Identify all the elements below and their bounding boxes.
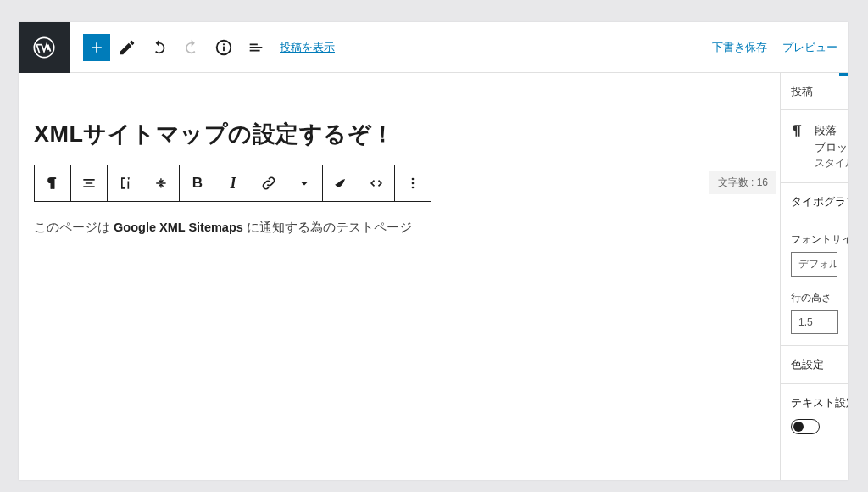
tab-post[interactable]: 投稿	[791, 84, 813, 99]
word-count-value: 16	[757, 176, 768, 188]
font-size-label: フォントサイズ	[791, 232, 837, 247]
text-settings-section: テキスト設定	[781, 384, 848, 445]
editor-frame: 投稿を表示 下書き保存 プレビュー 文字数 : 16 XMLサイトマップの設定す…	[19, 22, 848, 480]
info-button[interactable]	[209, 32, 239, 63]
text-settings-title: テキスト設定	[791, 395, 837, 411]
add-block-button[interactable]	[83, 34, 110, 61]
font-size-select[interactable]: デフォルト	[791, 252, 837, 277]
left-toolbar: 投稿を表示	[70, 32, 335, 63]
word-count-label: 文字数 :	[718, 176, 757, 188]
line-height-section: 行の高さ 1.5	[781, 280, 848, 346]
line-height-label: 行の高さ	[791, 291, 837, 305]
post-title[interactable]: XMLサイトマップの設定するぞ！	[34, 119, 765, 149]
block-title: 段落	[815, 122, 848, 139]
insert-line-button[interactable]	[143, 165, 179, 201]
bold-button[interactable]: B	[180, 165, 215, 201]
top-right-actions: 下書き保存 プレビュー	[712, 40, 837, 55]
preview-button[interactable]: プレビュー	[782, 40, 837, 55]
align-button[interactable]	[71, 165, 107, 201]
svg-rect-3	[223, 46, 225, 51]
paragraph-prefix: このページは	[34, 221, 114, 234]
svg-point-5	[412, 182, 415, 185]
editor-canvas-scroll[interactable]: 文字数 : 16 XMLサイトマップの設定するぞ！	[19, 73, 780, 480]
view-post-link[interactable]: 投稿を表示	[280, 40, 335, 55]
typography-title: タイポグラフィ	[791, 194, 837, 210]
italic-button[interactable]: I	[215, 165, 251, 201]
code-button[interactable]	[359, 165, 394, 201]
block-type-paragraph-button[interactable]	[35, 165, 70, 201]
editor-topbar: 投稿を表示 下書き保存 プレビュー	[19, 22, 848, 73]
editor-canvas-wrap: 文字数 : 16 XMLサイトマップの設定するぞ！	[19, 73, 780, 480]
color-section[interactable]: 色設定	[781, 346, 848, 384]
word-count-badge: 文字数 : 16	[709, 171, 776, 194]
block-toolbar: B I	[34, 165, 431, 202]
settings-sidebar: 投稿 段落 ブロックタイプまたは スタイルを変更する タイポグラフィ フォントサ…	[780, 73, 848, 480]
svg-point-2	[223, 43, 225, 45]
block-info-header: 段落 ブロックタイプまたは スタイルを変更する	[781, 110, 848, 183]
wordpress-logo[interactable]	[19, 22, 70, 73]
undo-button[interactable]	[144, 32, 175, 63]
block-desc-l1: ブロックタイプまたは	[815, 139, 848, 156]
svg-point-6	[412, 187, 415, 189]
save-draft-button[interactable]: 下書き保存	[712, 40, 767, 55]
font-size-section: フォントサイズ デフォルト	[781, 221, 848, 280]
more-options-button[interactable]	[395, 165, 431, 201]
dropcap-toggle[interactable]	[791, 419, 820, 434]
paragraph-suffix: に通知する為のテストページ	[243, 221, 412, 234]
outline-button[interactable]	[241, 32, 271, 63]
editor-body: 文字数 : 16 XMLサイトマップの設定するぞ！	[19, 73, 848, 480]
paragraph-bold: Google XML Sitemaps	[114, 221, 243, 234]
block-desc-l2: スタイルを変更する	[815, 155, 848, 171]
color-title: 色設定	[791, 357, 837, 372]
sidebar-tabs: 投稿	[781, 73, 848, 110]
svg-point-4	[412, 178, 415, 181]
paragraph-block[interactable]: このページは Google XML Sitemaps に通知する為のテストページ	[34, 217, 765, 238]
link-button[interactable]	[251, 165, 287, 201]
active-tab-indicator	[839, 73, 848, 76]
typography-section: タイポグラフィ	[781, 183, 848, 221]
plugin-button-1[interactable]	[323, 165, 359, 201]
redo-button[interactable]	[176, 32, 207, 63]
line-height-input[interactable]: 1.5	[791, 310, 838, 334]
more-rich-text-button[interactable]	[287, 165, 322, 201]
edit-mode-button[interactable]	[112, 32, 142, 63]
paragraph-icon	[789, 122, 806, 139]
vertical-text-button[interactable]	[108, 165, 143, 201]
